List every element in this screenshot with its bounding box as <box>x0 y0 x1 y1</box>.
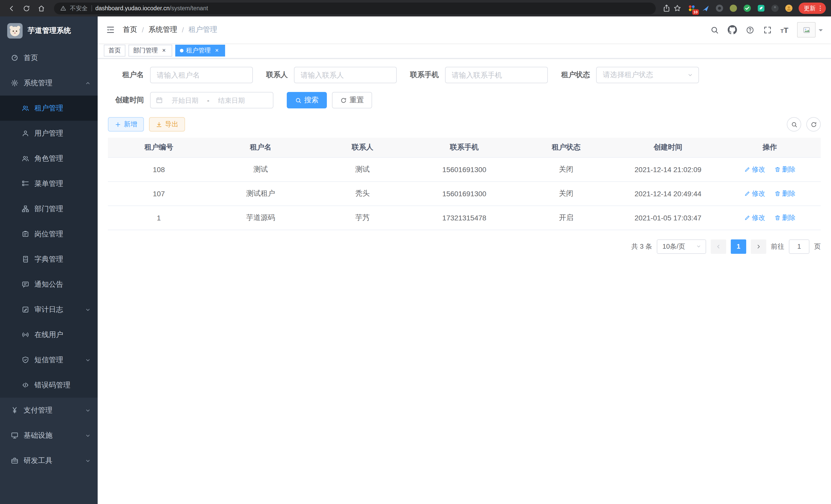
tab-dept-management[interactable]: 部门管理 × <box>128 45 172 57</box>
edit-label: 修改 <box>752 213 765 222</box>
sidebar-item-audit-log[interactable]: 审计日志 <box>0 297 98 322</box>
caret-down-icon <box>819 29 823 33</box>
chevron-down-icon <box>85 306 91 313</box>
cell-status: 关闭 <box>515 157 617 181</box>
phone-input[interactable] <box>445 67 548 83</box>
tenant-name-input[interactable] <box>150 67 253 83</box>
extension-icon-6[interactable] <box>756 4 765 12</box>
extension-icon-4[interactable] <box>729 4 738 12</box>
breadcrumb-system-management[interactable]: 系统管理 <box>148 25 177 34</box>
sidebar-item-notice[interactable]: 通知公告 <box>0 272 98 297</box>
hamster-logo-icon <box>7 23 23 38</box>
right-toolbar <box>787 117 821 131</box>
extension-icon-5[interactable] <box>743 4 751 12</box>
sidebar-item-dict-management[interactable]: 字典管理 <box>0 246 98 272</box>
extension-icon-7[interactable] <box>770 4 779 12</box>
sidebar-item-system-management[interactable]: 系统管理 <box>0 70 98 95</box>
delete-button[interactable]: 删除 <box>774 189 796 198</box>
sidebar-item-dept-management[interactable]: 部门管理 <box>0 196 98 221</box>
sidebar-item-role-management[interactable]: 角色管理 <box>0 146 98 171</box>
delete-button[interactable]: 删除 <box>774 213 796 222</box>
browser-reload-button[interactable] <box>20 2 32 14</box>
sidebar-logo[interactable]: 芋道管理系统 <box>0 17 98 45</box>
sidebar-item-menu-management[interactable]: 菜单管理 <box>0 171 98 196</box>
org-tree-icon <box>22 205 29 213</box>
filter-create-time: 创建时间 - <box>108 92 274 109</box>
sidebar-item-tenant-management[interactable]: 租户管理 <box>0 95 98 121</box>
github-button[interactable] <box>727 25 737 34</box>
breadcrumb-current: 租户管理 <box>189 25 218 34</box>
next-page-button[interactable] <box>751 239 766 254</box>
sidebar-item-online-users[interactable]: 在线用户 <box>0 322 98 347</box>
page-content: 租户名 联系人 联系手机 租户状态 请选择租户状态 <box>98 59 831 504</box>
extension-icon-2[interactable] <box>701 4 710 12</box>
extension-icon-8[interactable] <box>784 4 793 12</box>
cell-contact: 芋艿 <box>312 206 413 230</box>
menu-tree-icon <box>22 180 29 187</box>
column-create-time: 创建时间 <box>617 138 719 157</box>
yen-icon <box>11 406 19 414</box>
breadcrumb-home[interactable]: 首页 <box>123 25 137 34</box>
sidebar-item-error-code-management[interactable]: 错误码管理 <box>0 373 98 398</box>
browser-back-button[interactable] <box>5 2 18 14</box>
prev-page-button[interactable] <box>711 239 726 254</box>
cell-create-time: 2021-01-05 17:03:47 <box>617 206 719 230</box>
export-button[interactable]: 导出 <box>149 117 185 131</box>
edit-button[interactable]: 修改 <box>744 189 765 198</box>
font-size-button[interactable]: TT <box>780 25 789 34</box>
page-size-select[interactable]: 10条/页 <box>657 239 706 254</box>
kebab-menu-icon[interactable] <box>816 5 824 12</box>
cell-operations: 修改 删除 <box>719 206 821 230</box>
add-button[interactable]: 新增 <box>108 117 144 131</box>
sidebar-item-pay-management[interactable]: 支付管理 <box>0 398 98 423</box>
share-icon <box>662 4 671 12</box>
green-square-icon <box>757 4 765 12</box>
contact-label: 联系人 <box>266 70 288 80</box>
sidebar-item-sms-management[interactable]: 短信管理 <box>0 347 98 373</box>
tenant-users-icon <box>22 104 29 112</box>
tab-tenant-management[interactable]: 租户管理 × <box>175 45 225 57</box>
delete-label: 删除 <box>782 189 796 198</box>
browser-update-button[interactable]: 更新 <box>799 3 826 14</box>
end-date-input[interactable] <box>212 96 251 104</box>
refresh-table-button[interactable] <box>806 117 821 131</box>
extension-icon-3[interactable] <box>715 4 724 12</box>
sidebar-item-label: 通知公告 <box>34 280 63 289</box>
reset-button[interactable]: 重置 <box>332 92 372 109</box>
sidebar-item-infrastructure[interactable]: 基础设施 <box>0 423 98 448</box>
home-icon <box>37 4 45 12</box>
fullscreen-button[interactable] <box>763 25 772 34</box>
table-header-row: 租户编号 租户名 联系人 联系手机 租户状态 创建时间 操作 <box>108 138 821 157</box>
filter-tenant-name: 租户名 <box>108 67 253 83</box>
browser-home-button[interactable] <box>35 2 47 14</box>
toggle-search-button[interactable] <box>787 117 801 131</box>
search-button[interactable]: 搜索 <box>287 92 327 109</box>
create-time-range-picker[interactable]: - <box>150 92 274 109</box>
user-avatar-dropdown[interactable] <box>797 22 823 37</box>
sidebar-toggle-button[interactable] <box>106 25 115 34</box>
header-search-button[interactable] <box>710 25 719 34</box>
close-icon[interactable]: × <box>160 47 168 54</box>
goto-page-input[interactable] <box>789 239 809 254</box>
share-button[interactable] <box>662 4 671 12</box>
contact-input[interactable] <box>294 67 397 83</box>
page-number-1[interactable]: 1 <box>731 239 746 254</box>
sidebar-item-dev-tools[interactable]: 研发工具 <box>0 448 98 473</box>
tab-home[interactable]: 首页 <box>104 45 125 57</box>
cell-create-time: 2021-12-14 21:02:09 <box>617 157 719 181</box>
delete-button[interactable]: 删除 <box>774 165 796 174</box>
help-button[interactable] <box>745 25 754 34</box>
tenant-table: 租户编号 租户名 联系人 联系手机 租户状态 创建时间 操作 108 测试 <box>108 138 821 230</box>
bookmark-star-button[interactable] <box>673 4 682 12</box>
cell-tenant-id: 1 <box>108 206 210 230</box>
sidebar-item-home[interactable]: 首页 <box>0 45 98 70</box>
address-bar[interactable]: 不安全 dashboard.yudao.iocoder.cn/system/te… <box>54 2 656 14</box>
tenant-status-select[interactable]: 请选择租户状态 <box>596 67 699 83</box>
sidebar-item-user-management[interactable]: 用户管理 <box>0 121 98 146</box>
sidebar-item-post-management[interactable]: 岗位管理 <box>0 221 98 246</box>
extension-icon-1[interactable]: 10 <box>687 4 696 12</box>
edit-button[interactable]: 修改 <box>744 165 765 174</box>
close-icon[interactable]: × <box>213 47 221 54</box>
edit-button[interactable]: 修改 <box>744 213 765 222</box>
start-date-input[interactable] <box>166 96 204 104</box>
